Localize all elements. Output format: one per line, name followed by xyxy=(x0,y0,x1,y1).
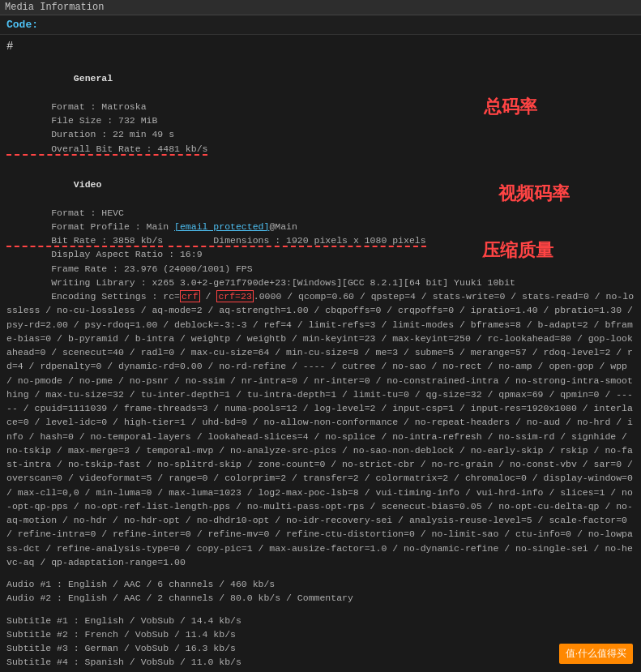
video-format: Format : HEVC xyxy=(6,206,635,220)
general-format: Format : Matroska xyxy=(6,100,635,113)
main-content: 总码率 视频码率 压缩质量 # General Format : Matrosk… xyxy=(0,35,641,672)
video-framerate: Frame Rate : 23.976 (24000/1001) FPS xyxy=(6,262,635,276)
content-wrapper: 总码率 视频码率 压缩质量 # General Format : Matrosk… xyxy=(6,40,635,672)
general-duration: Duration : 22 min 49 s xyxy=(6,127,635,141)
audio-1: Audio #1 : English / AAC / 6 channels / … xyxy=(6,577,635,591)
general-bitrate: Overall Bit Rate : 4481 kb/s xyxy=(6,143,207,156)
code-section: Code: xyxy=(0,15,641,35)
subtitle-section: Subtitle #1 : English / VobSub / 14.4 kb… xyxy=(6,614,635,673)
title-label: Media Information xyxy=(5,2,104,13)
general-label: General xyxy=(6,58,635,100)
watermark: 值·什么值得买 xyxy=(559,644,633,664)
audio-section: Audio #1 : English / AAC / 6 channels / … xyxy=(6,577,635,606)
title-bar: Media Information xyxy=(0,0,641,15)
subtitle-4: Subtitle #4 : Spanish / VobSub / 11.0 kb… xyxy=(6,655,635,669)
general-filesize: File Size : 732 MiB xyxy=(6,113,635,127)
subtitle-5: Subtitle #5 : Dutch / VobSub / 11.2 kb/s xyxy=(6,670,635,673)
subtitle-3: Subtitle #3 : German / VobSub / 16.3 kb/… xyxy=(6,641,635,655)
encoding-settings: Encoding Settings : rc=crf / crf=23.0000… xyxy=(6,289,635,569)
video-format-profile: Format Profile : Main [email protected]@… xyxy=(6,220,635,233)
video-bitrate: Bit Rate : 3858 kb/s xyxy=(6,235,163,247)
audio-2: Audio #2 : English / AAC / 2 channels / … xyxy=(6,591,635,605)
general-section: General Format : Matroska File Size : 73… xyxy=(6,58,635,156)
video-section: Video Format : HEVC Format Profile : Mai… xyxy=(6,164,635,569)
code-label: Code: xyxy=(6,19,38,31)
subtitle-2: Subtitle #2 : French / VobSub / 11.4 kb/… xyxy=(6,627,635,641)
video-aspect: Display Aspect Ratio : 16:9 xyxy=(6,247,635,261)
subtitle-1: Subtitle #1 : English / VobSub / 14.4 kb… xyxy=(6,614,635,627)
hash-symbol: # xyxy=(6,40,635,53)
video-dimensions: Dimensions : 1920 pixels x 1080 pixels xyxy=(169,235,425,247)
video-label: Video xyxy=(6,164,635,206)
video-writing-library: Writing Library : x265 3.0+2-ge71f790de+… xyxy=(6,276,635,289)
